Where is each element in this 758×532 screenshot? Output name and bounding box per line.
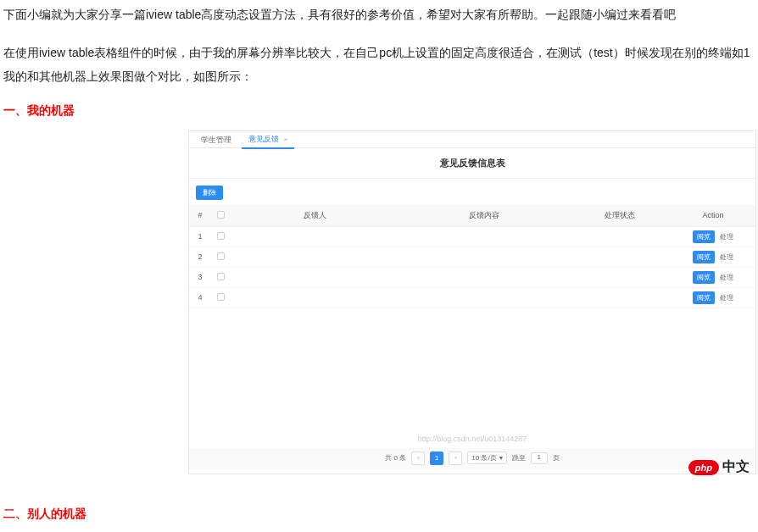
row-checkbox[interactable] (217, 273, 225, 280)
handle-link[interactable]: 处理 (720, 233, 733, 241)
row-checkbox[interactable] (217, 232, 225, 240)
screenshot-mine: 学生管理 意见反馈 × 意见反馈信息表 删除 # 反馈人 反馈内容 处理状态 A… (188, 130, 756, 474)
view-button[interactable]: 阅览 (693, 251, 715, 263)
col-header-index: # (189, 205, 211, 227)
view-button[interactable]: 阅览 (693, 291, 715, 304)
table-row: 1 阅览 处理 (189, 226, 755, 247)
goto-label: 跳至 (512, 453, 526, 463)
section-heading-other-machine: 二、别人的机器 (3, 507, 755, 522)
section-heading-my-machine: 一、我的机器 (3, 103, 755, 119)
goto-page-input[interactable]: 1 (531, 452, 548, 464)
cell-status (569, 226, 671, 247)
table-row: 3 阅览 处理 (189, 267, 755, 287)
col-header-person: 反馈人 (230, 205, 399, 227)
handle-link[interactable]: 处理 (720, 274, 733, 281)
next-page-button[interactable]: › (449, 452, 462, 465)
col-header-status: 处理状态 (569, 205, 671, 227)
feedback-table: # 反馈人 反馈内容 处理状态 Action 1 阅览 (189, 205, 755, 308)
col-header-checkbox (211, 205, 230, 227)
panel-title: 意见反馈信息表 (189, 148, 755, 179)
view-button[interactable]: 阅览 (693, 271, 715, 284)
table-row: 2 阅览 处理 (189, 247, 755, 267)
cell-actions: 阅览 处理 (671, 226, 755, 247)
php-badge: php (688, 460, 719, 475)
cell-index: 1 (189, 226, 211, 247)
checkbox-all[interactable] (217, 211, 225, 219)
intro-paragraph-1: 下面小编就为大家分享一篇iview table高度动态设置方法，具有很好的参考价… (3, 3, 755, 26)
chevron-down-icon: ▾ (499, 454, 503, 462)
table-header-row: # 反馈人 反馈内容 处理状态 Action (189, 205, 755, 227)
row-checkbox[interactable] (217, 293, 225, 301)
pagination: 共 0 条 ‹ 1 › 10 条/页 ▾ 跳至 1 页 (189, 448, 755, 468)
close-icon[interactable]: × (284, 136, 288, 143)
row-checkbox[interactable] (217, 252, 225, 260)
tabs-bar: 学生管理 意见反馈 × (189, 131, 755, 148)
col-header-action: Action (671, 205, 755, 227)
delete-button[interactable]: 删除 (196, 186, 223, 200)
goto-suffix: 页 (553, 453, 560, 463)
table-row: 4 阅览 处理 (189, 287, 755, 308)
cell-content (399, 226, 569, 247)
watermark-text: http://blog.csdn.net/u013144287 (418, 435, 527, 443)
page-size-select[interactable]: 10 条/页 ▾ (467, 452, 506, 464)
table-toolbar: 删除 (189, 179, 755, 205)
intro-paragraph-3: 我的和其他机器上效果图做个对比，如图所示： (3, 65, 755, 88)
cell-index: 3 (189, 267, 211, 287)
brand-logo: php 中文 (688, 458, 750, 476)
pagination-total: 共 0 条 (385, 453, 406, 463)
view-button[interactable]: 阅览 (693, 230, 715, 243)
col-header-content: 反馈内容 (399, 205, 569, 227)
cell-person (230, 226, 399, 247)
tab-feedback[interactable]: 意见反馈 × (242, 131, 294, 149)
tab-students[interactable]: 学生管理 (194, 132, 238, 148)
cell-index: 2 (189, 247, 211, 267)
brand-cn-text: 中文 (722, 458, 750, 476)
handle-link[interactable]: 处理 (720, 294, 733, 302)
page-number-button[interactable]: 1 (430, 452, 443, 465)
tab-feedback-label: 意见反馈 (248, 135, 279, 143)
prev-page-button[interactable]: ‹ (411, 452, 425, 465)
page-size-value: 10 条/页 (471, 453, 496, 463)
handle-link[interactable]: 处理 (720, 253, 733, 261)
cell-index: 4 (189, 287, 211, 308)
intro-paragraph-2: 在使用iview table表格组件的时候，由于我的屏幕分辨率比较大，在自己pc… (3, 42, 755, 64)
article-body: 下面小编就为大家分享一篇iview table高度动态设置方法，具有很好的参考价… (0, 0, 758, 88)
